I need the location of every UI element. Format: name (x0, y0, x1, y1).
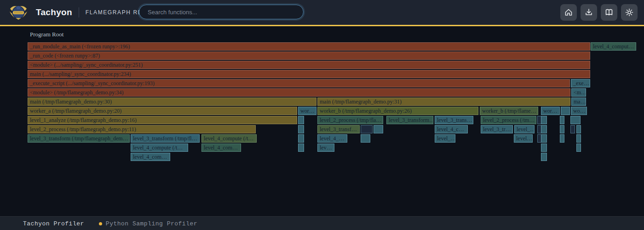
flame-frame[interactable]: wor… (541, 107, 560, 115)
status-bar: Tachyon Profiler Python Sampling Profile… (0, 216, 644, 230)
flame-frame[interactable]: wor… (298, 107, 316, 115)
flame-frame[interactable]: level_3_transform (/tmp/flamegraph_dem… (28, 134, 130, 143)
status-subtitle: Python Sampling Profiler (106, 220, 197, 227)
flame-frame[interactable] (560, 116, 564, 124)
flame-frame[interactable] (576, 134, 581, 143)
flame-frame[interactable]: level… (514, 134, 533, 143)
search-input[interactable] (139, 5, 304, 19)
header-divider (79, 7, 79, 17)
flame-frame[interactable] (541, 144, 547, 152)
home-icon (564, 8, 573, 17)
flame-frame[interactable]: main (/tmp/flamegraph_demo.py:31) (317, 98, 570, 106)
flame-frame[interactable] (541, 116, 547, 124)
flame-frame[interactable]: level_3_transform… (386, 116, 433, 124)
flame-frame[interactable]: ma… (571, 98, 586, 106)
flame-frame[interactable]: level_2_process (/tmp/fla… (317, 116, 383, 124)
app-title: Tachyon (36, 7, 72, 17)
flame-frame[interactable]: level_4_c… (435, 125, 468, 133)
flame-frame[interactable] (361, 134, 370, 143)
download-icon (584, 8, 593, 17)
sun-icon (625, 8, 634, 17)
flame-frame[interactable]: level_4_compute (/t… (201, 134, 257, 143)
status-dot-icon (99, 222, 102, 225)
flame-frame[interactable] (298, 134, 304, 143)
flame-frame[interactable]: _execute_script (.../sampling/_sync_coor… (28, 79, 570, 87)
flame-frame[interactable]: <m… (571, 88, 586, 97)
download-button[interactable] (581, 4, 597, 21)
flame-frame[interactable]: wo… (571, 107, 587, 115)
flame-frame[interactable] (541, 153, 547, 161)
flame-root-frame[interactable]: Program Root (30, 31, 63, 38)
flame-frame[interactable] (561, 107, 570, 115)
flame-frame[interactable] (570, 116, 581, 124)
flame-frame[interactable] (298, 116, 304, 124)
flame-frame[interactable] (560, 125, 564, 133)
flame-frame[interactable]: level_4_… (317, 134, 347, 143)
home-button[interactable] (560, 4, 577, 21)
flame-frame[interactable]: level_4_com… (131, 153, 170, 161)
theme-button[interactable] (621, 4, 638, 21)
flame-frame[interactable] (374, 125, 383, 133)
flame-frame[interactable]: level_2_process (/tmp/flamegraph_demo.py… (28, 125, 256, 133)
flame-frame[interactable]: worker_b (/tmp/flame… (480, 107, 538, 115)
flame-frame[interactable]: _run_code (<frozen runpy>:87) (28, 52, 590, 60)
tachyon-logo-icon (8, 2, 29, 23)
flame-frame[interactable]: level_… (514, 125, 535, 133)
flame-frame[interactable] (298, 125, 304, 133)
book-icon (604, 8, 614, 17)
flame-frame[interactable]: level_1_analyze (/tmp/flamegraph_demo.py… (28, 116, 297, 124)
flame-frame[interactable]: <module> (.../sampling/_sync_coordinator… (28, 61, 590, 69)
flame-frame[interactable] (576, 125, 581, 133)
flame-frame[interactable] (570, 125, 575, 133)
flame-frame[interactable]: level_4_comput… (591, 42, 636, 51)
flame-frame[interactable] (560, 134, 564, 143)
docs-button[interactable] (601, 4, 617, 21)
status-app-name: Tachyon Profiler (23, 220, 84, 227)
flame-frame[interactable] (541, 134, 547, 143)
flame-frame[interactable]: worker_a (/tmp/flamegraph_demo.py:20) (28, 107, 297, 115)
flame-frame[interactable]: main (/tmp/flamegraph_demo.py:30) (28, 98, 316, 106)
flame-frame[interactable] (298, 144, 304, 152)
flame-frame[interactable] (361, 125, 373, 133)
flame-frame[interactable]: level_4_compute (/t… (131, 144, 188, 152)
flame-frame[interactable]: level_3_transf… (317, 125, 360, 133)
flame-frame[interactable]: lev… (317, 144, 334, 152)
flame-frame[interactable]: level_… (435, 134, 455, 143)
flame-frame[interactable]: _exe… (571, 79, 590, 87)
flame-frame[interactable]: level_3_tr… (481, 125, 513, 133)
flame-frame[interactable]: level_3_transform (/tmp/fl… (131, 134, 200, 143)
header-toolbar (558, 4, 638, 21)
flame-frame[interactable]: level_4_com… (201, 144, 241, 152)
flame-frame[interactable]: <module> (/tmp/flamegraph_demo.py:34) (28, 88, 570, 97)
flame-frame[interactable]: main (.../sampling/_sync_coordinator.py:… (28, 70, 590, 78)
flame-frame[interactable]: level_2_process (/tm… (481, 116, 536, 124)
flame-frame[interactable]: level_3_trans… (435, 116, 473, 124)
flame-frame[interactable]: _run_module_as_main (<frozen runpy>:196) (28, 42, 590, 51)
app-header: Tachyon FLAMEGRAPH REPORT (0, 0, 644, 25)
flame-frame[interactable]: worker_b (/tmp/flamegraph_demo.py:26) (317, 107, 478, 115)
flamegraph-canvas[interactable]: Program Root _run_module_as_main (<froze… (0, 26, 644, 216)
flame-frame[interactable] (541, 125, 547, 133)
flame-frame[interactable] (576, 144, 581, 152)
